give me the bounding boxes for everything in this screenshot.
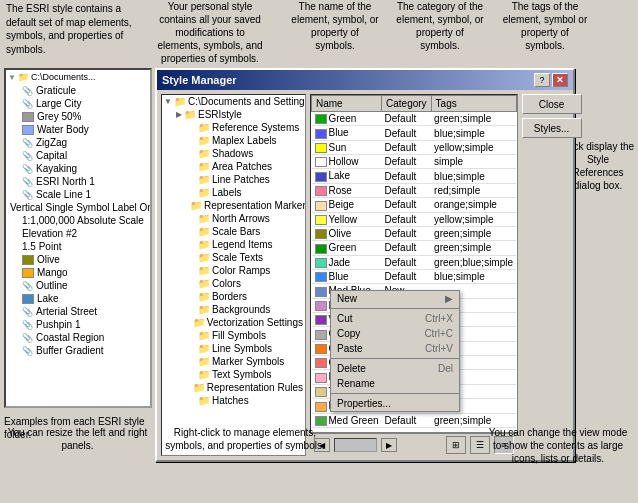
sidebar-tree-item[interactable]: 📎Kayaking — [6, 162, 150, 175]
tree-item[interactable]: 📁Representation Markers — [162, 199, 305, 212]
menu-item-label: Paste — [337, 343, 363, 354]
tree-item[interactable]: 📁Scale Texts — [162, 251, 305, 264]
cell-tags: yellow;simple — [431, 212, 516, 226]
menu-separator — [331, 308, 459, 309]
tree-root-item[interactable]: ▼ 📁 C:\Documents... — [6, 70, 150, 84]
color-swatch — [315, 201, 327, 211]
tree-item[interactable]: ▼📁C:\Documents and Settings\ — [162, 95, 305, 108]
sidebar-tree-item[interactable]: 📎Arterial Street — [6, 305, 150, 318]
table-row[interactable]: GreenDefaultgreen;simple — [312, 241, 517, 255]
styles-button[interactable]: Styles... — [522, 118, 582, 138]
menu-item-label: Copy — [337, 328, 360, 339]
sidebar-tree-item[interactable]: Elevation #2 — [6, 227, 150, 240]
menu-item[interactable]: CutCtrl+X — [331, 311, 459, 326]
cell-tags: green;simple — [431, 112, 516, 126]
cell-name: Blue — [312, 126, 382, 140]
sidebar-tree-item[interactable]: 📎Capital — [6, 149, 150, 162]
tree-item[interactable]: 📁Color Ramps — [162, 264, 305, 277]
menu-item-label: Rename — [337, 378, 375, 389]
tree-item[interactable]: 📁Hatches — [162, 394, 305, 407]
sidebar-tree-item[interactable]: 📎Pushpin 1 — [6, 318, 150, 331]
color-swatch — [315, 186, 327, 196]
color-swatch — [315, 272, 327, 282]
color-swatch — [315, 387, 327, 397]
sidebar-tree-item[interactable]: 📎Scale Line 1 — [6, 188, 150, 201]
tree-item[interactable]: 📁Colors — [162, 277, 305, 290]
table-row[interactable]: OliveDefaultgreen;simple — [312, 226, 517, 240]
tree-item[interactable]: 📁North Arrows — [162, 212, 305, 225]
cell-name: Rose — [312, 183, 382, 197]
sidebar-tree-item[interactable]: 1:1,000,000 Absolute Scale — [6, 214, 150, 227]
tree-panel[interactable]: ▼📁C:\Documents and Settings\▶📁ESRIstyle📁… — [161, 94, 306, 456]
sidebar-tree-item[interactable]: 📎Buffer Gradient — [6, 344, 150, 357]
tree-item[interactable]: 📁Fill Symbols — [162, 329, 305, 342]
tree-item[interactable]: 📁Labels — [162, 186, 305, 199]
col-category[interactable]: Category — [382, 96, 432, 112]
sidebar-tree-item[interactable]: 📎ESRI North 1 — [6, 175, 150, 188]
sidebar-tree-item[interactable]: Mango — [6, 266, 150, 279]
bottom-anno-view: You can change the view mode to show the… — [478, 422, 638, 469]
tree-item[interactable]: 📁Representation Rules — [162, 381, 305, 394]
tree-item[interactable]: 📁Shadows — [162, 147, 305, 160]
tree-item[interactable]: 📁Borders — [162, 290, 305, 303]
sidebar-tree-item[interactable]: 📎Large City — [6, 97, 150, 110]
tree-item[interactable]: 📁Scale Bars — [162, 225, 305, 238]
col-tags[interactable]: Tags — [431, 96, 516, 112]
table-row[interactable]: BlueDefaultblue;simple — [312, 269, 517, 283]
menu-item[interactable]: New▶ — [331, 291, 459, 306]
table-row[interactable]: JadeDefaultgreen;blue;simple — [312, 255, 517, 269]
dialog-close-button[interactable]: ✕ — [552, 73, 568, 87]
table-row[interactable]: YellowDefaultyellow;simple — [312, 212, 517, 226]
callout-personal-style: Your personal style contains all your sa… — [155, 0, 265, 65]
cell-category: Default — [382, 183, 432, 197]
menu-separator — [331, 358, 459, 359]
cell-tags: blue;simple — [431, 269, 516, 283]
menu-item[interactable]: Rename — [331, 376, 459, 391]
menu-item-label: Properties... — [337, 398, 391, 409]
tree-item[interactable]: ▶📁ESRIstyle — [162, 108, 305, 121]
sidebar-tree-item[interactable]: Grey 50% — [6, 110, 150, 123]
cell-category: Default — [382, 226, 432, 240]
tree-item[interactable]: 📁Legend Items — [162, 238, 305, 251]
menu-item[interactable]: Properties... — [331, 396, 459, 411]
sidebar-tree-item[interactable]: Water Body — [6, 123, 150, 136]
color-swatch — [315, 301, 327, 311]
table-row[interactable]: RoseDefaultred;simple — [312, 183, 517, 197]
tree-item[interactable]: 📁Area Patches — [162, 160, 305, 173]
tree-item[interactable]: 📁Backgrounds — [162, 303, 305, 316]
table-row[interactable]: SunDefaultyellow;simple — [312, 140, 517, 154]
col-name[interactable]: Name — [312, 96, 382, 112]
sidebar-tree-item[interactable]: 📎Outline — [6, 279, 150, 292]
tree-item[interactable]: 📁Text Symbols — [162, 368, 305, 381]
cell-category: Default — [382, 198, 432, 212]
help-button[interactable]: ? — [534, 73, 550, 87]
table-row[interactable]: HollowDefaultsimple — [312, 155, 517, 169]
cell-category: Default — [382, 169, 432, 183]
table-row[interactable]: BeigeDefaultorange;simple — [312, 198, 517, 212]
title-buttons: ? ✕ — [534, 73, 568, 87]
sidebar-tree-item[interactable]: 📎ZigZag — [6, 136, 150, 149]
tree-item[interactable]: 📁Line Symbols — [162, 342, 305, 355]
sidebar-tree-item[interactable]: Olive — [6, 253, 150, 266]
table-row[interactable]: BlueDefaultblue;simple — [312, 126, 517, 140]
color-swatch — [315, 344, 327, 354]
sidebar-tree-item[interactable]: Lake — [6, 292, 150, 305]
tree-item[interactable]: 📁Line Patches — [162, 173, 305, 186]
tree-item[interactable]: 📁Marker Symbols — [162, 355, 305, 368]
close-button[interactable]: Close — [522, 94, 582, 114]
menu-item[interactable]: DeleteDel — [331, 361, 459, 376]
sidebar-tree-item[interactable]: 1.5 Point — [6, 240, 150, 253]
menu-item[interactable]: CopyCtrl+C — [331, 326, 459, 341]
menu-item-label: Cut — [337, 313, 353, 324]
tree-item[interactable]: 📁Maplex Labels — [162, 134, 305, 147]
cell-name: Blue — [312, 269, 382, 283]
bottom-annotations: You can resize the left and right panels… — [0, 418, 638, 503]
tree-item[interactable]: 📁Vectorization Settings — [162, 316, 305, 329]
sidebar-tree-item[interactable]: Vertical Single Symbol Label Only — [6, 201, 150, 214]
sidebar-tree-item[interactable]: 📎Graticule — [6, 84, 150, 97]
tree-item[interactable]: 📁Reference Systems — [162, 121, 305, 134]
menu-item[interactable]: PasteCtrl+V — [331, 341, 459, 356]
table-row[interactable]: GreenDefaultgreen;simple — [312, 112, 517, 126]
sidebar-tree-item[interactable]: 📎Coastal Region — [6, 331, 150, 344]
table-row[interactable]: LakeDefaultblue;simple — [312, 169, 517, 183]
